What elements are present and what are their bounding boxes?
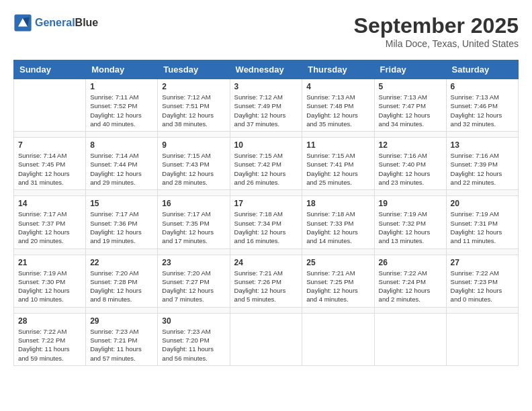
calendar-week-row: 1Sunrise: 7:11 AM Sunset: 7:52 PM Daylig…: [14, 79, 519, 132]
month-title: September 2025: [354, 13, 519, 38]
day-info: Sunrise: 7:18 AM Sunset: 7:33 PM Dayligh…: [306, 210, 369, 245]
day-number: 21: [18, 258, 81, 267]
calendar-day-cell: 10Sunrise: 7:15 AM Sunset: 7:42 PM Dayli…: [230, 138, 302, 190]
day-info: Sunrise: 7:16 AM Sunset: 7:39 PM Dayligh…: [451, 151, 514, 187]
day-info: Sunrise: 7:23 AM Sunset: 7:20 PM Dayligh…: [162, 327, 225, 363]
day-number: 23: [162, 258, 225, 267]
day-info: Sunrise: 7:18 AM Sunset: 7:34 PM Dayligh…: [234, 210, 298, 245]
day-info: Sunrise: 7:22 AM Sunset: 7:23 PM Dayligh…: [451, 269, 514, 304]
logo-text: GeneralBlue: [35, 17, 98, 29]
day-number: 22: [90, 258, 153, 267]
day-info: Sunrise: 7:16 AM Sunset: 7:40 PM Dayligh…: [379, 151, 442, 187]
day-number: 3: [234, 82, 298, 91]
calendar-day-cell: [374, 313, 446, 365]
calendar-day-cell: [302, 313, 374, 365]
day-number: 26: [379, 258, 442, 267]
day-number: 19: [379, 199, 442, 208]
calendar-day-cell: 8Sunrise: 7:14 AM Sunset: 7:44 PM Daylig…: [86, 138, 158, 190]
calendar-week-row: 28Sunrise: 7:22 AM Sunset: 7:22 PM Dayli…: [14, 313, 519, 365]
week-separator: [14, 132, 519, 138]
day-info: Sunrise: 7:19 AM Sunset: 7:31 PM Dayligh…: [451, 210, 514, 245]
day-info: Sunrise: 7:15 AM Sunset: 7:41 PM Dayligh…: [306, 151, 369, 187]
day-info: Sunrise: 7:21 AM Sunset: 7:25 PM Dayligh…: [306, 269, 369, 304]
day-info: Sunrise: 7:15 AM Sunset: 7:42 PM Dayligh…: [234, 151, 298, 187]
day-info: Sunrise: 7:23 AM Sunset: 7:21 PM Dayligh…: [90, 327, 153, 363]
day-number: 12: [379, 140, 442, 150]
calendar-day-cell: 2Sunrise: 7:12 AM Sunset: 7:51 PM Daylig…: [158, 79, 230, 132]
weekday-header: Thursday: [302, 60, 374, 79]
day-number: 11: [306, 140, 369, 150]
day-number: 7: [18, 140, 81, 150]
day-info: Sunrise: 7:21 AM Sunset: 7:26 PM Dayligh…: [234, 269, 298, 304]
day-number: 5: [379, 82, 442, 91]
week-separator: [14, 190, 519, 196]
day-number: 9: [162, 140, 225, 150]
calendar-day-cell: 4Sunrise: 7:13 AM Sunset: 7:48 PM Daylig…: [302, 79, 374, 132]
calendar-day-cell: 22Sunrise: 7:20 AM Sunset: 7:28 PM Dayli…: [86, 255, 158, 307]
day-number: 6: [451, 82, 514, 91]
calendar-day-cell: 6Sunrise: 7:13 AM Sunset: 7:46 PM Daylig…: [446, 79, 518, 132]
calendar-day-cell: [14, 79, 86, 132]
calendar-day-cell: 12Sunrise: 7:16 AM Sunset: 7:40 PM Dayli…: [374, 138, 446, 190]
weekday-header: Tuesday: [158, 60, 230, 79]
day-info: Sunrise: 7:12 AM Sunset: 7:51 PM Dayligh…: [162, 93, 225, 128]
calendar-day-cell: 3Sunrise: 7:12 AM Sunset: 7:49 PM Daylig…: [230, 79, 302, 132]
calendar-table: SundayMondayTuesdayWednesdayThursdayFrid…: [13, 60, 519, 366]
day-info: Sunrise: 7:20 AM Sunset: 7:27 PM Dayligh…: [162, 269, 225, 304]
location: Mila Doce, Texas, United States: [354, 38, 519, 49]
calendar-day-cell: 24Sunrise: 7:21 AM Sunset: 7:26 PM Dayli…: [230, 255, 302, 307]
logo-icon: [13, 13, 32, 32]
title-block: September 2025 Mila Doce, Texas, United …: [354, 13, 519, 49]
day-number: 30: [162, 316, 225, 326]
day-info: Sunrise: 7:13 AM Sunset: 7:48 PM Dayligh…: [306, 93, 369, 128]
day-number: 1: [90, 82, 153, 91]
week-separator: [14, 248, 519, 255]
day-info: Sunrise: 7:14 AM Sunset: 7:44 PM Dayligh…: [90, 151, 153, 187]
day-info: Sunrise: 7:19 AM Sunset: 7:32 PM Dayligh…: [379, 210, 442, 245]
calendar-day-cell: 7Sunrise: 7:14 AM Sunset: 7:45 PM Daylig…: [14, 138, 86, 190]
weekday-header: Monday: [86, 60, 158, 79]
calendar-day-cell: 28Sunrise: 7:22 AM Sunset: 7:22 PM Dayli…: [14, 313, 86, 365]
day-number: 14: [18, 199, 81, 208]
week-separator: [14, 307, 519, 313]
calendar-header-row: SundayMondayTuesdayWednesdayThursdayFrid…: [14, 60, 519, 79]
day-number: 28: [18, 316, 81, 326]
day-number: 4: [306, 82, 369, 91]
calendar-day-cell: 27Sunrise: 7:22 AM Sunset: 7:23 PM Dayli…: [446, 255, 518, 307]
day-number: 24: [234, 258, 298, 267]
calendar-day-cell: 19Sunrise: 7:19 AM Sunset: 7:32 PM Dayli…: [374, 196, 446, 248]
day-info: Sunrise: 7:15 AM Sunset: 7:43 PM Dayligh…: [162, 151, 225, 187]
day-info: Sunrise: 7:17 AM Sunset: 7:36 PM Dayligh…: [90, 210, 153, 245]
calendar-day-cell: 21Sunrise: 7:19 AM Sunset: 7:30 PM Dayli…: [14, 255, 86, 307]
day-info: Sunrise: 7:17 AM Sunset: 7:35 PM Dayligh…: [162, 210, 225, 245]
day-number: 8: [90, 140, 153, 150]
logo: GeneralBlue: [13, 13, 98, 32]
day-info: Sunrise: 7:20 AM Sunset: 7:28 PM Dayligh…: [90, 269, 153, 304]
calendar-week-row: 14Sunrise: 7:17 AM Sunset: 7:37 PM Dayli…: [14, 196, 519, 248]
day-info: Sunrise: 7:11 AM Sunset: 7:52 PM Dayligh…: [90, 93, 153, 128]
day-number: 27: [451, 258, 514, 267]
calendar-day-cell: 29Sunrise: 7:23 AM Sunset: 7:21 PM Dayli…: [86, 313, 158, 365]
calendar-week-row: 7Sunrise: 7:14 AM Sunset: 7:45 PM Daylig…: [14, 138, 519, 190]
day-info: Sunrise: 7:19 AM Sunset: 7:30 PM Dayligh…: [18, 269, 81, 304]
day-number: 18: [306, 199, 369, 208]
day-number: 20: [451, 199, 514, 208]
calendar-day-cell: 1Sunrise: 7:11 AM Sunset: 7:52 PM Daylig…: [86, 79, 158, 132]
day-info: Sunrise: 7:13 AM Sunset: 7:47 PM Dayligh…: [379, 93, 442, 128]
calendar-day-cell: 17Sunrise: 7:18 AM Sunset: 7:34 PM Dayli…: [230, 196, 302, 248]
weekday-header: Sunday: [14, 60, 86, 79]
calendar-day-cell: [446, 313, 518, 365]
day-number: 13: [451, 140, 514, 150]
day-info: Sunrise: 7:17 AM Sunset: 7:37 PM Dayligh…: [18, 210, 81, 245]
day-info: Sunrise: 7:14 AM Sunset: 7:45 PM Dayligh…: [18, 151, 81, 187]
weekday-header: Friday: [374, 60, 446, 79]
calendar-day-cell: 9Sunrise: 7:15 AM Sunset: 7:43 PM Daylig…: [158, 138, 230, 190]
day-number: 29: [90, 316, 153, 326]
calendar-day-cell: 15Sunrise: 7:17 AM Sunset: 7:36 PM Dayli…: [86, 196, 158, 248]
calendar-day-cell: 11Sunrise: 7:15 AM Sunset: 7:41 PM Dayli…: [302, 138, 374, 190]
calendar-day-cell: 16Sunrise: 7:17 AM Sunset: 7:35 PM Dayli…: [158, 196, 230, 248]
day-info: Sunrise: 7:22 AM Sunset: 7:24 PM Dayligh…: [379, 269, 442, 304]
day-info: Sunrise: 7:22 AM Sunset: 7:22 PM Dayligh…: [18, 327, 81, 363]
calendar-day-cell: 13Sunrise: 7:16 AM Sunset: 7:39 PM Dayli…: [446, 138, 518, 190]
calendar-day-cell: 14Sunrise: 7:17 AM Sunset: 7:37 PM Dayli…: [14, 196, 86, 248]
